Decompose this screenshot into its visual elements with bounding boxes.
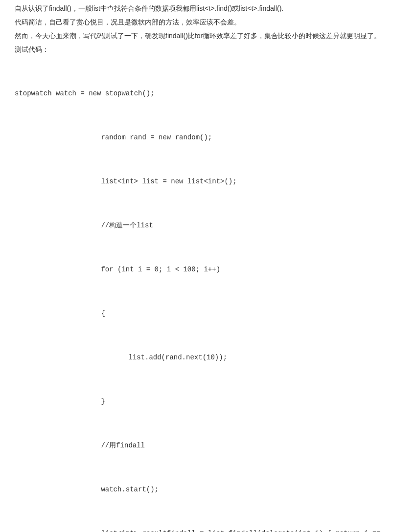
code-block: stopwatch watch = new stopwatch(); rando… [15, 57, 401, 532]
code-line: //构造一个list [15, 218, 401, 233]
code-line: for (int i = 0; i < 100; i++) [15, 262, 401, 277]
code-line: } [15, 394, 401, 409]
article-body: 自从认识了findall()，一般list中查找符合条件的数据项我都用list<… [0, 0, 416, 532]
paragraph: 自从认识了findall()，一般list中查找符合条件的数据项我都用list<… [15, 2, 401, 15]
code-line: list<int> list = new list<int>(); [15, 174, 401, 189]
code-line: list<int> resultfindall = list.findall(d… [15, 526, 401, 532]
paragraph: 代码简洁，自己看了赏心悦目，况且是微软内部的方法，效率应该不会差。 [15, 16, 401, 28]
code-line: random rand = new random(); [15, 130, 401, 145]
code-line: list.add(rand.next(10)); [15, 350, 401, 365]
code-line: watch.start(); [15, 482, 401, 497]
code-line: stopwatch watch = new stopwatch(); [15, 86, 401, 101]
paragraph: 然而，今天心血来潮，写代码测试了一下，确发现findall()比for循环效率差… [15, 29, 401, 42]
paragraph: 测试代码： [15, 43, 401, 56]
code-line: //用findall [15, 438, 401, 453]
code-line: { [15, 306, 401, 321]
